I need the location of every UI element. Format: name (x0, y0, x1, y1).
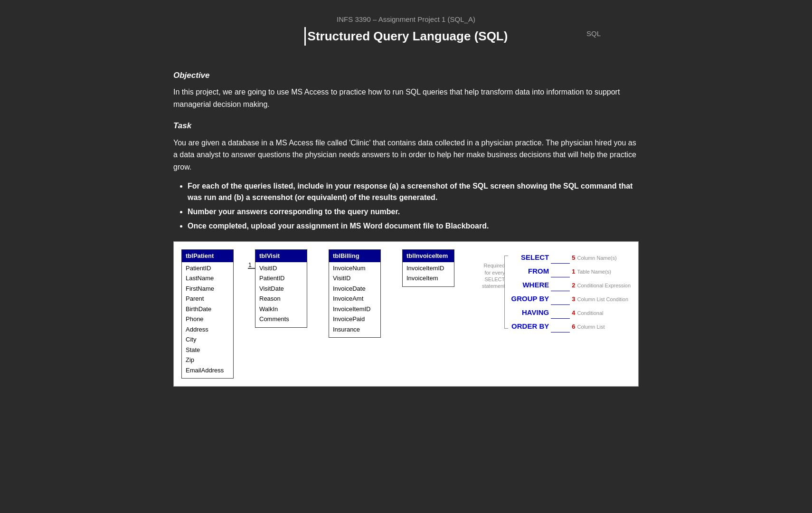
instructions-list: For each of the queries listed, include … (173, 180, 639, 232)
field-zip: Zip (186, 355, 229, 365)
field-parent: Parent (186, 294, 229, 304)
field-billing-visitid: VisitID (333, 273, 377, 284)
tbl-patient-body: PatientID LastName FirstName Parent Birt… (182, 262, 233, 379)
sql-groupby-row: GROUP BY 3 Column List Condition (506, 293, 631, 305)
sql-orderby-keyword: ORDER BY (506, 321, 549, 332)
field-invoiceitemid-pk: InvoiceItemID (406, 263, 450, 274)
field-invoiceitemid: InvoiceItemID (333, 304, 377, 314)
field-firstname: FirstName (186, 284, 229, 294)
field-visitdate: VisitDate (259, 284, 303, 294)
tables-flex: tblPatient PatientID LastName FirstName … (181, 249, 468, 379)
sql-having-keyword: HAVING (506, 307, 549, 318)
field-emailaddress: EmailAddress (186, 365, 229, 376)
diagram-plus-sql-wrapper: ∞ 1 ∞ 1 ∞ 1 ∞ (181, 249, 631, 379)
field-invoicepaid: InvoicePaid (333, 314, 377, 324)
sql-orderby-desc: Column List (577, 323, 604, 331)
field-phone: Phone (186, 314, 229, 324)
field-address: Address (186, 324, 229, 335)
sql-from-keyword: FROM (506, 266, 549, 277)
bullet-item-2: Number your answers corresponding to the… (188, 206, 639, 218)
sql-select-number: 5 (572, 253, 575, 263)
sql-from-row: FROM 1 Table Name(s) (506, 266, 631, 277)
field-insurance: Insurance (333, 324, 377, 335)
tbl-visit-body: VisitID PatientID VisitDate Reason WalkI… (255, 262, 307, 327)
field-reason: Reason (259, 294, 303, 304)
bullet-item-3: Once completed, upload your assignment i… (188, 220, 639, 232)
sql-having-desc: Conditional (577, 309, 603, 317)
tbl-patient-header: tblPatient (182, 250, 233, 262)
tbl-invoice-item-header: tblInvoiceItem (403, 250, 454, 262)
field-state: State (186, 345, 229, 355)
sql-where-desc: Conditional Expression (577, 282, 631, 290)
sql-orderby-row: ORDER BY 6 Column List (506, 321, 631, 332)
tbl-invoice-item: tblInvoiceItem InvoiceItemID InvoiceItem (402, 249, 454, 287)
diagram-area: ∞ 1 ∞ 1 ∞ 1 ∞ (173, 241, 639, 387)
sql-orderby-number: 6 (572, 322, 575, 332)
field-city: City (186, 334, 229, 345)
tbl-visit-header: tblVisit (255, 250, 307, 262)
bullet-item-1: For each of the queries listed, include … (188, 180, 639, 203)
field-invoiceamt: InvoiceAmt (333, 294, 377, 304)
sql-groupby-number: 3 (572, 294, 575, 304)
field-birthdate: BirthDate (186, 304, 229, 314)
tbl-patient: tblPatient PatientID LastName FirstName … (181, 249, 234, 379)
objective-text: In this project, we are going to use MS … (173, 86, 639, 110)
sql-having-number: 4 (572, 308, 575, 318)
sql-select-row: SELECT 5 Column Name(s) (506, 252, 631, 264)
sql-clause-inner: Required for every SELECT statement SELE… (506, 252, 631, 332)
sql-select-keyword: SELECT (506, 252, 549, 263)
header-subtitle: INFS 3390 – Assignment Project 1 (SQL_A) (173, 14, 639, 25)
field-invoicedate: InvoiceDate (333, 284, 377, 294)
bracket-line (504, 256, 505, 329)
sql-label: SQL (586, 28, 601, 39)
tbl-billing: tblBilling InvoiceNum VisitID InvoiceDat… (329, 249, 381, 338)
field-invoiceitem: InvoiceItem (406, 273, 450, 284)
field-visit-patientid: PatientID (259, 273, 303, 284)
task-text: You are given a database in a MS Access … (173, 137, 639, 173)
sql-where-keyword: WHERE (506, 280, 549, 291)
tbl-billing-body: InvoiceNum VisitID InvoiceDate InvoiceAm… (329, 262, 380, 338)
field-patientid: PatientID (186, 263, 229, 274)
tbl-billing-header: tblBilling (329, 250, 380, 262)
objective-heading: Objective (173, 69, 639, 82)
sql-from-desc: Table Name(s) (577, 268, 611, 276)
sql-note: Required for every SELECT statement (479, 262, 505, 289)
tables-section: ∞ 1 ∞ 1 ∞ 1 ∞ (181, 249, 468, 379)
sql-groupby-desc: Column List Condition (577, 295, 628, 304)
tbl-invoice-item-body: InvoiceItemID InvoiceItem (403, 262, 454, 286)
sql-select-desc: Column Name(s) (577, 254, 616, 262)
sql-from-number: 1 (572, 267, 575, 276)
page-title: Structured Query Language (SQL) (304, 27, 508, 46)
sql-groupby-keyword: GROUP BY (506, 294, 549, 304)
sql-where-row: WHERE 2 Conditional Expression (506, 279, 631, 291)
field-walkin: WalkIn (259, 304, 303, 314)
field-visitid: VisitID (259, 263, 303, 274)
sql-having-row: HAVING 4 Conditional (506, 307, 631, 319)
task-heading: Task (173, 120, 639, 132)
tbl-visit: tblVisit VisitID PatientID VisitDate Rea… (255, 249, 307, 328)
field-comments: Comments (259, 314, 303, 324)
sql-where-number: 2 (572, 281, 575, 290)
field-lastname: LastName (186, 273, 229, 284)
sql-clause-diagram: Required for every SELECT statement SELE… (468, 249, 631, 334)
field-invoicenum: InvoiceNum (333, 263, 377, 274)
